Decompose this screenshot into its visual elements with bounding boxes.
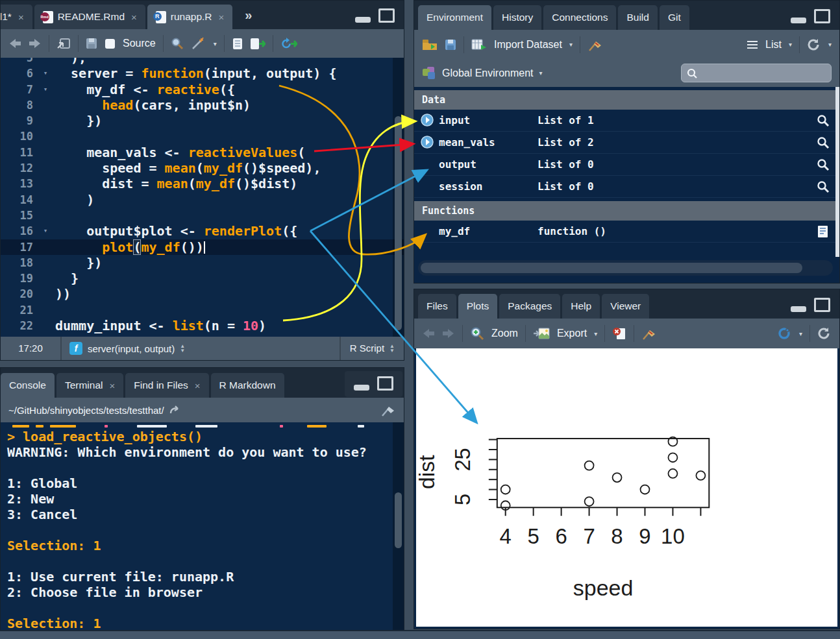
editor-tab-readme-rmd[interactable]: RmdREADME.Rmd× (34, 5, 145, 29)
maximize-icon[interactable] (814, 298, 830, 312)
rerun-icon[interactable] (280, 38, 297, 50)
export-plot-icon[interactable] (533, 327, 550, 340)
expand-icon[interactable] (421, 136, 439, 150)
environment-pane: EnvironmentHistoryConnectionsBuildGit Im… (414, 0, 840, 283)
file-type-label[interactable]: R Script (350, 337, 384, 360)
compile-report-icon[interactable] (232, 38, 243, 50)
magnifier-icon[interactable] (816, 136, 830, 150)
zoom-label[interactable]: Zoom (491, 328, 518, 339)
environment-tab-build[interactable]: Build (618, 5, 657, 30)
environment-vscrollbar[interactable] (835, 87, 839, 257)
next-plot-icon[interactable] (442, 328, 455, 339)
plots-tab-packages[interactable]: Packages (499, 294, 560, 319)
chevron-down-icon[interactable]: ▾ (214, 40, 217, 47)
plots-tab-plots[interactable]: Plots (458, 294, 497, 319)
console-tab-terminal[interactable]: Terminal× (56, 373, 123, 398)
minimize-icon[interactable] (355, 17, 371, 23)
clear-plots-broom-icon[interactable] (641, 326, 657, 341)
magnifier-icon[interactable] (816, 158, 830, 172)
refresh-icon[interactable] (807, 38, 821, 51)
chevron-down-icon[interactable]: ▾ (789, 41, 792, 48)
close-icon[interactable]: × (131, 12, 137, 23)
back-icon[interactable] (8, 38, 21, 49)
close-icon[interactable]: × (195, 380, 201, 391)
divider (49, 35, 49, 52)
script-icon[interactable] (816, 224, 830, 239)
import-dataset-table-icon[interactable] (471, 38, 487, 51)
plots-tab-viewer[interactable]: Viewer (602, 294, 649, 319)
plots-tab-help[interactable]: Help (562, 294, 600, 319)
refresh-plot-icon[interactable] (817, 327, 832, 340)
clear-console-broom-icon[interactable] (380, 402, 396, 418)
forward-icon[interactable] (29, 38, 42, 49)
load-workspace-folder-icon[interactable] (422, 38, 438, 51)
console-tab-r-markdown[interactable]: R Markdown (211, 373, 284, 398)
magnifier-icon[interactable] (816, 114, 830, 128)
editor-scrollbar[interactable] (393, 58, 404, 337)
maximize-icon[interactable] (814, 9, 830, 23)
publish-icon[interactable] (776, 327, 792, 340)
previous-plot-icon[interactable] (422, 328, 435, 339)
editor-tab-runapp-r[interactable]: Rrunapp.R× (147, 5, 233, 29)
env-row-mean-vals[interactable]: mean_valsList of 2 (414, 132, 839, 154)
minimize-icon[interactable] (791, 306, 806, 312)
divider (799, 36, 800, 53)
editor-tab-ed1[interactable]: ed1*× (1, 5, 32, 29)
maximize-icon[interactable] (378, 8, 395, 23)
list-view-icon[interactable] (747, 40, 758, 49)
remove-plot-icon[interactable] (612, 327, 626, 340)
chevron-down-icon[interactable]: ▾ (799, 330, 802, 337)
magnifier-icon[interactable] (816, 180, 830, 194)
run-source-icon[interactable] (250, 38, 266, 50)
environment-tab-connections[interactable]: Connections (543, 5, 616, 30)
plots-tab-files[interactable]: Files (418, 294, 456, 319)
environment-scope-label[interactable]: Global Environment (442, 67, 534, 79)
environment-search-input[interactable] (681, 64, 832, 82)
env-row-input[interactable]: inputList of 1 (414, 110, 839, 132)
chevron-down-icon[interactable]: ▾ (828, 41, 832, 48)
chevron-down-icon[interactable]: ▾ (594, 330, 597, 337)
tab-overflow-icon[interactable]: » (245, 8, 251, 23)
plot-canvas[interactable]: 45678910525speeddist (416, 348, 837, 627)
minimize-icon[interactable] (791, 18, 806, 23)
function-context[interactable]: server(input, output) (88, 343, 175, 354)
file-type-menu-icon[interactable]: ▲▼ (389, 344, 395, 353)
console-tab-console[interactable]: Console (1, 373, 55, 398)
env-row-my-df[interactable]: my_dffunction () (414, 221, 839, 243)
console-output[interactable]: > load_reactive_objects()WARNING: Which … (1, 422, 404, 630)
expand-icon[interactable] (421, 114, 439, 128)
fold-arrow-icon[interactable]: ▾ (36, 66, 55, 81)
save-workspace-icon[interactable] (445, 39, 456, 51)
close-icon[interactable]: × (219, 12, 225, 23)
find-replace-icon[interactable] (171, 37, 184, 50)
environment-tab-environment[interactable]: Environment (418, 5, 491, 30)
environment-tab-history[interactable]: History (493, 5, 541, 30)
fold-arrow-icon[interactable]: ▾ (36, 82, 55, 97)
export-label[interactable]: Export (557, 328, 587, 339)
chevron-down-icon[interactable]: ▾ (539, 69, 543, 77)
code-tools-wand-icon[interactable] (191, 37, 206, 50)
code-editor[interactable]: 5 ),6▾ server = function(input, output) … (1, 58, 404, 337)
save-icon[interactable] (86, 38, 97, 49)
maximize-icon[interactable] (377, 376, 393, 391)
console-scrollbar[interactable] (393, 422, 404, 630)
jump-menu-icon[interactable]: ▲▼ (180, 344, 185, 353)
clear-environment-broom-icon[interactable] (587, 37, 603, 53)
chevron-down-icon[interactable]: ▾ (569, 41, 573, 48)
fold-arrow-icon[interactable]: ▾ (36, 223, 55, 239)
list-view-label[interactable]: List (765, 39, 782, 51)
goto-directory-icon[interactable] (169, 405, 182, 415)
environment-tab-git[interactable]: Git (660, 5, 689, 30)
zoom-plot-icon[interactable] (470, 326, 484, 341)
env-row-session[interactable]: sessionList of 0 (414, 176, 839, 198)
open-in-new-window-icon[interactable] (56, 38, 71, 49)
close-icon[interactable]: × (18, 12, 24, 23)
env-row-output[interactable]: outputList of 0 (414, 154, 839, 176)
svg-text:4: 4 (500, 524, 512, 548)
environment-hscrollbar[interactable] (418, 260, 833, 276)
close-icon[interactable]: × (109, 380, 115, 391)
minimize-icon[interactable] (354, 385, 369, 391)
import-dataset-label[interactable]: Import Dataset (494, 39, 562, 51)
source-on-save-checkbox[interactable] (105, 38, 116, 49)
console-tab-find-in-files[interactable]: Find in Files× (125, 373, 208, 398)
